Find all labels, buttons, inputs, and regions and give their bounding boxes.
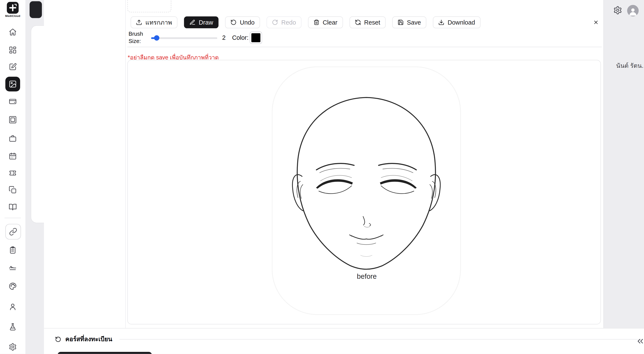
download-label: Download <box>448 19 475 26</box>
sidebar-divider <box>4 218 21 218</box>
redo-button[interactable]: Redo <box>266 16 302 28</box>
page-thumbnail[interactable] <box>128 0 171 12</box>
app-sidebar: MediCloud <box>0 0 26 354</box>
draw-button[interactable]: Draw <box>184 16 218 28</box>
sidebar-item-form[interactable] <box>5 59 20 74</box>
brush-color-label: Color: <box>232 34 248 41</box>
sidebar-item-book[interactable] <box>5 200 20 214</box>
user-icon <box>8 303 17 311</box>
dialog-vertical-divider <box>125 0 126 328</box>
user-avatar[interactable] <box>627 5 639 16</box>
insert-image-button[interactable]: แทรกภาพ <box>130 16 178 28</box>
collapse-panel-button[interactable] <box>636 337 644 346</box>
brush-size-label: Brush Size: <box>128 30 147 45</box>
sidebar-item-palette[interactable] <box>5 279 20 294</box>
chevrons-left-icon <box>636 337 644 346</box>
close-button[interactable] <box>591 17 602 27</box>
copy-icon <box>8 186 17 194</box>
brush-color-value <box>251 33 260 42</box>
logo-label: MediCloud <box>0 14 26 17</box>
app-logo[interactable]: MediCloud <box>0 2 26 17</box>
save-label: Save <box>407 19 421 26</box>
link-icon <box>9 228 17 236</box>
download-button[interactable]: Download <box>433 16 480 28</box>
insert-image-label: แทรกภาพ <box>145 17 172 27</box>
sidebar-item-signature[interactable] <box>5 260 20 274</box>
sidebar-item-user[interactable] <box>5 299 20 314</box>
save-icon <box>397 19 404 25</box>
undo-button[interactable]: Undo <box>225 16 260 28</box>
drawing-toolbar: แทรกภาพ Draw Undo Redo Clear Reset <box>130 16 480 28</box>
drawing-canvas[interactable]: before <box>128 60 601 324</box>
table-header-edge <box>58 352 152 354</box>
sidebar-item-ticket[interactable] <box>5 166 20 180</box>
clear-button[interactable]: Clear <box>308 16 343 28</box>
undo-label: Undo <box>240 19 254 26</box>
clipboard-list-icon <box>8 246 17 254</box>
reset-label: Reset <box>364 19 380 26</box>
medicloud-logo-icon <box>7 2 19 14</box>
refresh-icon[interactable] <box>55 336 61 342</box>
user-silhouette-icon <box>628 7 638 16</box>
palette-icon <box>8 282 17 290</box>
background-menu-button <box>30 1 42 18</box>
briefcase-icon <box>8 135 17 143</box>
sidebar-item-image-tool[interactable] <box>5 77 20 91</box>
sidebar-item-briefcase[interactable] <box>5 131 20 146</box>
sidebar-item-copy[interactable] <box>5 182 20 197</box>
reset-icon <box>355 19 361 25</box>
sidebar-item-picture[interactable] <box>5 112 20 127</box>
picture-frame-icon <box>8 116 17 124</box>
sidebar-item-link[interactable] <box>5 224 21 239</box>
face-sketch <box>128 60 600 324</box>
calendar-icon <box>8 152 17 160</box>
sidebar-item-wallet[interactable] <box>5 94 20 109</box>
app-root: นันต์ รัตน... MediCloud <box>0 0 644 354</box>
flask-icon <box>8 323 17 331</box>
upload-icon <box>136 19 142 25</box>
gear-icon <box>613 6 622 15</box>
close-icon <box>593 18 599 26</box>
download-icon <box>438 19 444 25</box>
dashboard-grid-icon <box>8 46 17 54</box>
section-divider-line <box>120 339 640 340</box>
background-user-name-text: นันต์ รัตน... <box>616 61 644 71</box>
sidebar-item-clipboard[interactable] <box>5 243 20 258</box>
draw-label: Draw <box>199 19 213 26</box>
image-tool-icon <box>8 80 17 88</box>
registered-courses-title: คอร์สที่ลงทะเบียน <box>65 334 112 344</box>
pencil-icon <box>189 19 196 25</box>
registered-courses-section: คอร์สที่ลงทะเบียน <box>44 328 644 354</box>
redo-label: Redo <box>281 19 296 26</box>
ticket-icon <box>8 169 17 177</box>
wallet-icon <box>8 97 17 105</box>
brush-size-value: 2 <box>222 34 226 41</box>
sidebar-item-dashboard[interactable] <box>5 43 20 57</box>
slider-thumb[interactable] <box>154 35 159 41</box>
settings-gear-button[interactable] <box>613 6 622 15</box>
home-icon <box>8 28 17 36</box>
signature-icon <box>8 263 17 271</box>
undo-icon <box>230 19 236 25</box>
save-button[interactable]: Save <box>392 16 426 28</box>
brush-size-slider[interactable] <box>151 35 217 41</box>
slider-track[interactable] <box>151 37 217 39</box>
sidebar-item-calendar[interactable] <box>5 149 20 164</box>
book-open-icon <box>8 203 17 211</box>
sidebar-item-home[interactable] <box>5 24 20 39</box>
brush-color-picker[interactable] <box>250 32 262 44</box>
toolbar-divider <box>128 47 602 47</box>
reset-button[interactable]: Reset <box>350 16 386 28</box>
drawing-dialog: แทรกภาพ Draw Undo Redo Clear Reset <box>44 0 604 328</box>
sidebar-item-settings[interactable] <box>5 340 20 354</box>
trash-icon <box>313 19 320 25</box>
canvas-caption: before <box>357 273 376 281</box>
clear-label: Clear <box>323 19 338 26</box>
sidebar-item-lab[interactable] <box>5 319 20 334</box>
edit-form-icon <box>8 63 17 71</box>
settings-gear-icon <box>8 343 17 351</box>
redo-icon <box>272 19 278 25</box>
